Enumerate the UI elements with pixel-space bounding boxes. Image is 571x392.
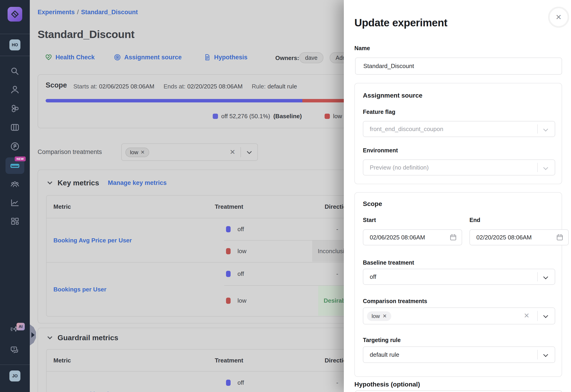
off-dot <box>226 226 231 232</box>
low-dot <box>226 298 231 304</box>
page-title: Standard_Discount <box>38 28 134 41</box>
treatment-subrow: low Desirable <box>224 285 350 316</box>
feature-flag-select[interactable]: front_end_discount_coupon <box>363 121 555 137</box>
comparison-treatments-multiselect[interactable]: low ✕ ✕ <box>363 308 555 324</box>
chevron-down-icon[interactable] <box>543 313 548 318</box>
treatment-subrow: low Inconclusive <box>224 240 350 262</box>
chevron-down-icon[interactable] <box>543 274 548 279</box>
treatment-name: low <box>238 297 246 304</box>
end-date-input[interactable]: 02/20/2025 08:06AM <box>470 229 569 245</box>
owner-pill[interactable]: dave <box>299 52 323 63</box>
scope-meta: Starts at:02/06/2025 08:06AM Ends at:02/… <box>73 83 297 90</box>
clear-icon[interactable]: ✕ <box>230 148 235 156</box>
segments-hexagons-icon[interactable] <box>10 104 20 114</box>
dashboards-grid-icon[interactable] <box>10 216 20 226</box>
treatment-subrow: off - <box>224 263 350 285</box>
baseline-treatment-select[interactable]: off <box>363 269 555 285</box>
assignment-source-label: Assignment source <box>124 54 182 61</box>
name-label: Name <box>354 45 370 52</box>
people-group-icon[interactable] <box>10 179 20 189</box>
statsig-logo-icon[interactable] <box>8 7 22 22</box>
sidebar-divider <box>0 56 30 56</box>
end-date-value: 02/20/2025 08:06AM <box>476 234 532 241</box>
allocation-off-segment <box>46 99 302 102</box>
environment-value: Preview (no definition) <box>370 164 429 171</box>
close-icon: ✕ <box>556 13 562 22</box>
guardrail-metrics-table: Metric Treatment Direction Average Booki… <box>46 349 351 392</box>
breadcrumb-current[interactable]: Standard_Discount <box>81 9 138 15</box>
environment-select[interactable]: Preview (no definition) <box>363 159 555 176</box>
off-dot <box>226 380 231 386</box>
breadcrumb: Experiments/Standard_Discount <box>38 9 138 16</box>
treatment-name: off <box>238 379 244 386</box>
treatment-chip[interactable]: low ✕ <box>367 311 391 321</box>
hypothesis-textarea[interactable] <box>355 390 562 392</box>
name-input[interactable]: Standard_Discount <box>355 57 562 75</box>
search-icon[interactable] <box>10 66 20 76</box>
scope-card-title: Scope <box>46 81 67 89</box>
hypothesis-optional-label: Hypothesis (optional) <box>354 381 420 388</box>
metrics-chart-icon[interactable] <box>10 198 20 208</box>
select-divider <box>537 350 538 360</box>
feature-flag-icon[interactable] <box>10 141 20 152</box>
svg-text:?: ? <box>13 347 15 351</box>
hypothesis-link[interactable]: Hypothesis <box>203 54 248 61</box>
chevron-down-icon[interactable] <box>247 149 252 154</box>
chip-remove-icon[interactable]: ✕ <box>383 313 387 319</box>
sidebar-divider <box>0 34 30 34</box>
metric-link[interactable]: Bookings per User <box>53 286 106 293</box>
metric-link[interactable]: Booking Avg Price per User <box>53 237 132 244</box>
col-treatment: Treatment <box>215 203 325 210</box>
calendar-icon <box>449 234 457 241</box>
table-row: Average Bookings in Promoter Net off - <box>46 372 350 392</box>
close-button[interactable]: ✕ <box>548 7 569 28</box>
comparison-treatments-select[interactable]: low ✕ ✕ <box>121 143 258 161</box>
col-treatment: Treatment <box>215 357 325 364</box>
chip-label: low <box>130 149 138 155</box>
chip-remove-icon[interactable]: ✕ <box>141 149 145 155</box>
legend-off-swatch <box>213 114 218 119</box>
manage-key-metrics-link[interactable]: Manage key metrics <box>108 179 167 186</box>
chevron-down-icon[interactable] <box>543 352 548 357</box>
baseline-treatment-value: off <box>370 273 376 280</box>
workspace-avatar[interactable]: HO <box>9 39 20 50</box>
start-date-input[interactable]: 02/06/2025 08:06AM <box>363 229 462 245</box>
start-date-value: 02/06/2025 08:06AM <box>370 234 425 241</box>
rule-value: default rule <box>268 83 297 90</box>
legend-low-swatch <box>325 114 330 119</box>
app-window: HO <box>0 0 571 392</box>
key-metrics-title: Key metrics <box>57 179 99 187</box>
comparison-treatments-label: Comparison treatments <box>38 148 102 155</box>
collapse-chevron-icon[interactable] <box>47 335 52 339</box>
key-metrics-section: Key metrics Manage key metrics Metric Tr… <box>38 169 365 323</box>
feature-flag-value: front_end_discount_coupon <box>370 126 443 133</box>
update-experiment-panel: ✕ Update experiment Name Standard_Discou… <box>344 0 571 392</box>
metric-link[interactable]: Average Bookings in Promoter Net <box>53 391 152 392</box>
help-chat-icon[interactable]: ? <box>10 345 20 355</box>
columns-icon[interactable] <box>10 122 20 132</box>
chevron-down-icon <box>543 165 548 170</box>
legend-off-label: off 52,276 (50.1%) <box>221 113 270 120</box>
ai-badge: AI <box>16 323 25 330</box>
assignment-source-link[interactable]: Assignment source <box>114 54 182 61</box>
assignment-source-card: Assignment source Feature flag front_end… <box>354 83 562 184</box>
collapse-chevron-icon[interactable] <box>47 180 52 184</box>
targeting-rule-select[interactable]: default rule <box>363 346 555 363</box>
legend-baseline-label: (Baseline) <box>273 113 302 120</box>
key-metrics-table: Metric Treatment Direction Booking Avg P… <box>46 195 351 317</box>
targeting-rule-value: default rule <box>370 351 399 358</box>
sidebar: HO <box>0 0 30 392</box>
col-metric: Metric <box>46 357 215 364</box>
owners-label: Owners: <box>275 55 299 62</box>
select-divider <box>537 311 538 321</box>
user-icon[interactable] <box>10 84 20 95</box>
treatment-chip[interactable]: low ✕ <box>125 148 149 157</box>
table-header: Metric Treatment Direction <box>46 196 350 218</box>
health-check-link[interactable]: Health Check <box>45 54 95 61</box>
user-avatar[interactable]: JO <box>9 370 20 381</box>
hypothesis-label: Hypothesis <box>214 54 248 61</box>
breadcrumb-experiments[interactable]: Experiments <box>38 9 75 15</box>
low-dot <box>226 248 231 254</box>
off-dot <box>226 271 231 277</box>
clear-icon[interactable]: ✕ <box>524 312 529 320</box>
